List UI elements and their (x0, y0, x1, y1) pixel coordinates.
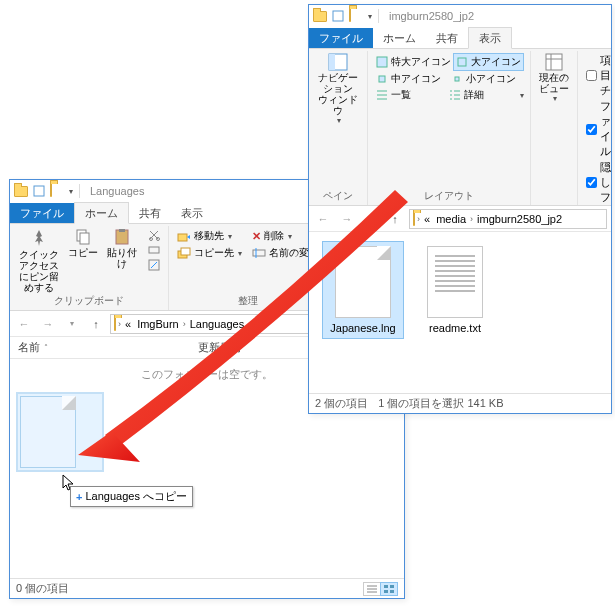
col-name[interactable]: 名前˄ (10, 340, 190, 355)
nav-recent-button[interactable]: ▾ (361, 209, 381, 229)
statusbar: 2 個の項目 1 個の項目を選択 141 KB (309, 393, 611, 413)
nav-up-button[interactable]: ↑ (385, 209, 405, 229)
svg-rect-11 (181, 248, 190, 255)
tab-view[interactable]: 表示 (468, 27, 512, 49)
pin-button[interactable]: クイック アクセス にピン留めする (16, 228, 62, 293)
chevron-down-icon[interactable]: ▾ (520, 91, 524, 100)
icons-view-button[interactable] (380, 582, 398, 596)
xlarge-icons-button[interactable]: 特大アイコン (374, 53, 453, 71)
plus-icon: + (76, 491, 82, 503)
navpane-icon (328, 53, 348, 71)
small-icons-button[interactable]: 小アイコン (449, 71, 524, 87)
medium-icons-button[interactable]: 中アイコン (374, 71, 449, 87)
extensions-checkbox[interactable]: ファイル (584, 99, 613, 159)
nav-back-button[interactable]: ← (14, 314, 34, 334)
list-button[interactable]: 一覧 (374, 87, 447, 103)
paste-button[interactable]: 貼り付け (104, 228, 140, 269)
svg-rect-4 (119, 229, 125, 232)
view-toggle (364, 582, 398, 596)
chevron-down-icon: ▾ (238, 249, 242, 258)
crumb-languages[interactable]: Languages (188, 318, 246, 330)
cut-button[interactable] (146, 228, 162, 242)
svg-point-5 (150, 238, 153, 241)
svg-rect-25 (458, 58, 466, 66)
svg-rect-9 (178, 234, 187, 241)
navpane-button[interactable]: ナビゲーション ウィンドウ▾ (315, 53, 361, 126)
file-list[interactable]: Japanese.lng readme.txt (309, 232, 611, 393)
crumb-imgburn[interactable]: ImgBurn (135, 318, 181, 330)
separator (378, 9, 379, 23)
copypath-button[interactable] (146, 243, 162, 257)
nav-forward-button: → (337, 209, 357, 229)
crumb-media[interactable]: media (434, 213, 468, 225)
chevron-right-icon[interactable]: › (417, 214, 420, 224)
file-icon (427, 246, 483, 318)
qat-dropdown-icon[interactable]: ▾ (368, 12, 372, 21)
qat-newfolder-icon[interactable] (50, 184, 64, 198)
svg-rect-19 (384, 590, 388, 593)
tab-home[interactable]: ホーム (74, 202, 129, 224)
window-title: imgburn2580_jp2 (389, 10, 474, 22)
statusbar: 0 個の項目 (10, 578, 404, 598)
folder-icon (14, 184, 28, 198)
copyto-button[interactable]: コピー先▾ (175, 245, 244, 261)
file-icon (335, 246, 391, 318)
tab-file[interactable]: ファイル (10, 203, 74, 223)
qat-props-icon[interactable] (32, 184, 46, 198)
chevron-right-icon[interactable]: › (118, 319, 121, 329)
large-icons-button[interactable]: 大アイコン (453, 53, 524, 71)
tab-share[interactable]: 共有 (426, 28, 468, 48)
group-clipboard: クイック アクセス にピン留めする コピー 貼り付け クリップボード (10, 226, 169, 310)
moveto-button[interactable]: 移動先▾ (175, 228, 244, 244)
svg-rect-0 (34, 186, 44, 196)
tab-file[interactable]: ファイル (309, 28, 373, 48)
separator (79, 184, 80, 198)
medium-icon (376, 73, 388, 85)
copy-icon (74, 228, 92, 246)
list-icon (376, 89, 388, 101)
currentview-button[interactable]: 現在の ビュー▾ (537, 53, 571, 104)
chevron-right-icon[interactable]: › (470, 214, 473, 224)
explorer-window-source: ▾ imgburn2580_jp2 ファイル ホーム 共有 表示 ナビゲーション… (308, 4, 612, 414)
itemcheck-checkbox[interactable]: 項目チ (584, 53, 613, 98)
drag-ghost (20, 396, 100, 468)
breadcrumb[interactable]: › « media › imgburn2580_jp2 (409, 209, 607, 229)
ribbon-tabs: ファイル ホーム 共有 表示 (309, 27, 611, 49)
details-view-button[interactable] (363, 582, 381, 596)
status-count: 0 個の項目 (16, 581, 69, 596)
cut-icon (148, 229, 160, 241)
tab-view[interactable]: 表示 (171, 203, 213, 223)
folder-icon (413, 213, 415, 225)
chevron-down-icon: ▾ (288, 232, 292, 241)
file-icon (20, 396, 76, 468)
qat-props-icon[interactable] (331, 9, 345, 23)
nav-up-button[interactable]: ↑ (86, 314, 106, 334)
nav-recent-button[interactable]: ▾ (62, 314, 82, 334)
file-item-readme-txt[interactable]: readme.txt (415, 242, 495, 338)
qat-newfolder-icon[interactable] (349, 9, 363, 23)
details-icon (449, 89, 461, 101)
svg-rect-17 (384, 585, 388, 588)
crumb-ellipsis[interactable]: « (422, 213, 432, 225)
large-icon (456, 56, 468, 68)
qat-dropdown-icon[interactable]: ▾ (69, 187, 73, 196)
folder-icon (313, 9, 327, 23)
group-showhide: 項目チ ファイル 隠しフ (578, 51, 615, 205)
pasteshortcut-button[interactable] (146, 258, 162, 272)
nav-back-button[interactable]: ← (313, 209, 333, 229)
moveto-icon (177, 229, 191, 243)
crumb-ellipsis[interactable]: « (123, 318, 133, 330)
tab-share[interactable]: 共有 (129, 203, 171, 223)
col-date[interactable]: 更新日時 (190, 340, 310, 355)
crumb-folder[interactable]: imgburn2580_jp2 (475, 213, 564, 225)
delete-icon: ✕ (252, 230, 261, 243)
tab-home[interactable]: ホーム (373, 28, 426, 48)
chevron-right-icon[interactable]: › (183, 319, 186, 329)
file-item-japanese-lng[interactable]: Japanese.lng (323, 242, 403, 338)
hidden-checkbox[interactable]: 隠しフ (584, 160, 613, 205)
copy-button[interactable]: コピー (68, 228, 98, 258)
details-button[interactable]: 詳細 (447, 87, 520, 103)
currentview-icon (545, 53, 563, 71)
svg-rect-18 (390, 585, 394, 588)
status-count: 2 個の項目 (315, 396, 368, 411)
